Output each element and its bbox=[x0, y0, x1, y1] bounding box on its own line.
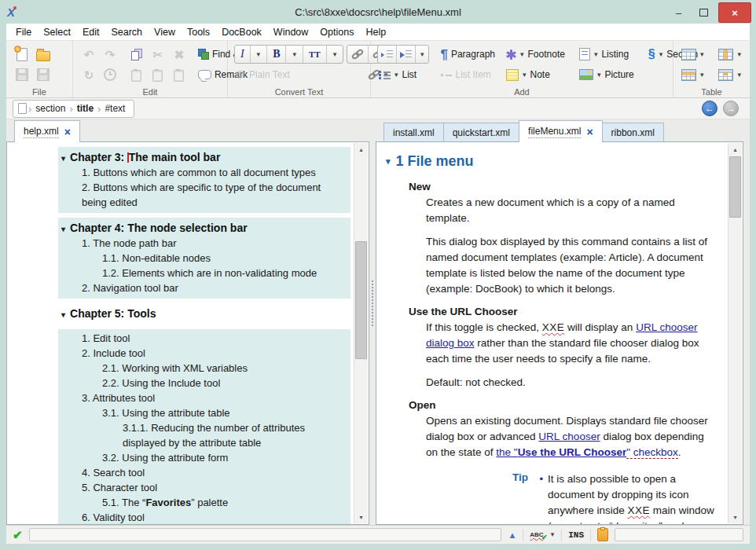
paste-before-button[interactable] bbox=[149, 65, 167, 84]
toc-item[interactable]: 2. Buttons which are specific to type of… bbox=[61, 180, 347, 210]
table-row-button[interactable]: ▾ bbox=[680, 65, 706, 84]
nodepath-item-text[interactable]: #text bbox=[102, 103, 127, 114]
toc-item[interactable]: 1.2. Elements which are in non-validatin… bbox=[61, 266, 347, 280]
scroll-down-button[interactable]: ▾ bbox=[354, 511, 368, 523]
scroll-up-button[interactable]: ▴ bbox=[728, 143, 742, 156]
toc-item[interactable]: 3.2. Using the attribute form bbox=[61, 450, 347, 465]
menu-item-docbook[interactable]: DocBook bbox=[222, 27, 262, 38]
toc-item[interactable]: 5. Character tool bbox=[61, 480, 347, 495]
toc-item[interactable]: 5.1. The “Favorites” palette bbox=[61, 495, 347, 510]
collapse-triangle-icon[interactable]: ▾ bbox=[61, 154, 65, 163]
insert-mode-indicator[interactable]: INS bbox=[568, 530, 584, 540]
right-document-view[interactable]: ▾1 File menu NewCreates a new document w… bbox=[376, 141, 743, 525]
menu-item-tools[interactable]: Tools bbox=[187, 27, 210, 38]
move-up-button[interactable] bbox=[378, 46, 397, 63]
add-list-button[interactable]: ▾List bbox=[377, 65, 418, 84]
maximize-button[interactable] bbox=[693, 4, 714, 21]
toc-item[interactable]: 2. Navigation tool bar bbox=[61, 280, 347, 295]
bold-dropdown[interactable]: ▾ bbox=[286, 46, 303, 63]
toc-item[interactable]: 3. Attributes tool bbox=[61, 390, 347, 405]
toc-item[interactable]: 3.1.1. Reducing the number of attributes… bbox=[61, 420, 347, 450]
link-button[interactable] bbox=[347, 46, 369, 63]
nodepath-item-section[interactable]: section bbox=[33, 103, 68, 114]
add-footnote-button[interactable]: ▾Footnote bbox=[505, 45, 567, 64]
tab-installxml[interactable]: install.xml bbox=[384, 123, 444, 141]
collapse-triangle-icon[interactable]: ▾ bbox=[61, 225, 65, 233]
menu-item-help[interactable]: Help bbox=[365, 27, 386, 38]
definition-term[interactable]: Open bbox=[409, 399, 721, 411]
save-all-button[interactable] bbox=[34, 65, 53, 84]
add-paragraph-button[interactable]: ¶Paragraph bbox=[439, 45, 497, 64]
document-paragraph[interactable]: Default: not checked. bbox=[426, 375, 715, 390]
scroll-up-button[interactable]: ▴ bbox=[354, 143, 368, 156]
menu-item-select[interactable]: Select bbox=[43, 27, 71, 38]
minimize-button[interactable]: – bbox=[668, 4, 689, 21]
scrollbar-thumb[interactable] bbox=[355, 241, 367, 359]
repeat-command-button[interactable]: ↻ bbox=[79, 65, 98, 84]
document-paragraph[interactable]: This dialog box displayed by this comman… bbox=[426, 234, 715, 297]
splitter-grip[interactable] bbox=[372, 280, 373, 326]
menu-item-file[interactable]: File bbox=[16, 27, 31, 38]
menu-item-window[interactable]: Window bbox=[273, 27, 308, 38]
toc-item[interactable]: 2.1. Working with XML variables bbox=[61, 361, 347, 376]
close-button[interactable]: × bbox=[718, 2, 751, 23]
nodepath-item-title[interactable]: title bbox=[75, 103, 96, 114]
toc-item[interactable]: 3.1. Using the attribute table bbox=[61, 405, 347, 420]
document-link[interactable]: Use the URL Chooser bbox=[518, 446, 627, 458]
new-document-button[interactable] bbox=[13, 45, 31, 64]
table-column-button[interactable]: ▾ bbox=[717, 45, 743, 64]
monospace-dropdown[interactable]: ▾ bbox=[327, 46, 343, 63]
add-note-button[interactable]: ▾Note bbox=[505, 65, 552, 84]
left-vertical-scrollbar[interactable]: ▴ ▾ bbox=[354, 143, 368, 523]
scrollbar-thumb[interactable] bbox=[729, 156, 741, 218]
execute-macro-button[interactable] bbox=[101, 65, 119, 84]
insert-table-button[interactable]: ▾ bbox=[680, 45, 706, 64]
plain-text-button[interactable]: Plain Text bbox=[234, 65, 292, 84]
pane-splitter[interactable] bbox=[369, 119, 376, 525]
navigate-forward-button[interactable]: → bbox=[723, 101, 739, 116]
add-listing-button[interactable]: ▾Listing bbox=[578, 45, 630, 64]
toc-item[interactable]: 1. Buttons which are common to all docum… bbox=[61, 165, 347, 180]
definition-term[interactable]: Use the URL Chooser bbox=[409, 306, 721, 317]
tab-fileMenuxml[interactable]: fileMenu.xml× bbox=[519, 120, 603, 142]
toc-item[interactable]: 6. Validity tool bbox=[61, 510, 347, 525]
collapse-triangle-icon[interactable]: ▾ bbox=[61, 310, 65, 319]
redo-button[interactable]: ↷ bbox=[101, 45, 119, 64]
paste-after-button[interactable] bbox=[170, 65, 189, 84]
move-dropdown[interactable]: ▾ bbox=[416, 46, 429, 63]
menu-item-search[interactable]: Search bbox=[111, 27, 142, 38]
move-down-button[interactable] bbox=[397, 46, 416, 63]
tab-quickstartxml[interactable]: quickstart.xml bbox=[443, 123, 519, 141]
monospace-button[interactable]: TT bbox=[303, 46, 327, 63]
menu-item-view[interactable]: View bbox=[154, 27, 175, 38]
document-link[interactable]: the " bbox=[496, 446, 517, 458]
save-button[interactable] bbox=[13, 65, 31, 84]
table-cell-button[interactable]: ▾ bbox=[717, 65, 743, 84]
toc-item[interactable]: 2.2. Using the Include tool bbox=[61, 376, 347, 390]
bold-button[interactable]: B bbox=[267, 46, 286, 63]
clipboard-status-icon[interactable] bbox=[597, 528, 608, 541]
collapse-triangle-icon[interactable]: ▾ bbox=[386, 156, 391, 166]
toc-chapter-heading[interactable]: ▾Chapter 5: Tools bbox=[61, 305, 347, 321]
add-list-item-button[interactable]: List Item bbox=[439, 65, 492, 84]
tab-close-icon[interactable]: × bbox=[64, 126, 71, 138]
overflow-up-icon[interactable]: ▲ bbox=[508, 530, 516, 540]
open-document-button[interactable] bbox=[34, 45, 53, 64]
tip-text[interactable]: It is also possible to open a document b… bbox=[548, 471, 721, 525]
document-paragraph[interactable]: If this toggle is checked, XXE will disp… bbox=[426, 320, 715, 367]
section-heading[interactable]: ▾1 File menu bbox=[386, 153, 721, 170]
add-picture-button[interactable]: ▾Picture bbox=[578, 65, 636, 84]
toc-chapter-heading[interactable]: ▾Chapter 4: The node selection bar bbox=[61, 219, 347, 236]
toc-item[interactable]: 4. Search tool bbox=[61, 465, 347, 480]
copy-button[interactable] bbox=[127, 45, 146, 64]
undo-button[interactable]: ↶ bbox=[79, 45, 98, 64]
scroll-down-button[interactable]: ▾ bbox=[728, 511, 742, 523]
cut-button[interactable]: ✂ bbox=[149, 45, 167, 64]
document-paragraph[interactable]: Creates a new document which is a copy o… bbox=[426, 195, 715, 226]
spell-check-button[interactable]: ABC✔ bbox=[530, 531, 543, 538]
document-paragraph[interactable]: Opens an existing document. Displays sta… bbox=[426, 413, 715, 460]
toc-item[interactable]: 1. The node path bar bbox=[61, 236, 347, 251]
spell-check-dropdown[interactable]: ▾ bbox=[550, 531, 556, 538]
tab-ribbonxml[interactable]: ribbon.xml bbox=[602, 123, 664, 141]
left-document-view[interactable]: ▾Chapter 3: The main tool bar1. Buttons … bbox=[6, 141, 369, 525]
